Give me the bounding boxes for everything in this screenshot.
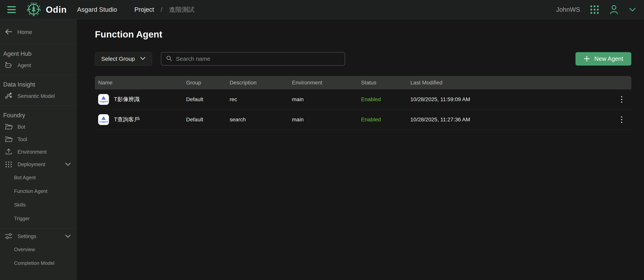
user-profile-icon[interactable] — [609, 4, 619, 15]
column-header-last-modified: Last Modified — [410, 80, 608, 86]
sidebar-item-label: Agent — [18, 62, 71, 68]
breadcrumb-current: 進階測試 — [169, 5, 194, 14]
column-header-environment: Environment — [292, 80, 361, 86]
sidebar-item-environment[interactable]: Environment — [0, 146, 76, 158]
table-header-row: Name Group Description Environment Statu… — [95, 76, 631, 89]
chevron-down-icon — [65, 162, 71, 167]
grid-dots-icon — [4, 160, 13, 169]
plus-icon — [584, 55, 590, 62]
agent-description: search — [230, 117, 292, 123]
asgard-agent-icon: Asgard — [98, 114, 109, 125]
user-menu-chevron-icon[interactable] — [628, 7, 636, 12]
sidebar-item-label: Tool — [18, 137, 71, 143]
agents-table: Name Group Description Environment Statu… — [95, 76, 631, 130]
sidebar-subitem-label: Overview — [14, 247, 35, 253]
sidebar-subitem-overview[interactable]: Overview — [0, 243, 76, 256]
sidebar-home-label: Home — [17, 29, 32, 35]
folder-icon — [4, 122, 13, 132]
select-group-label: Select Group — [101, 56, 135, 62]
new-agent-button[interactable]: New Agent — [576, 52, 631, 66]
sidebar-subitem-label: Trigger — [14, 216, 30, 222]
breadcrumb-separator: / — [161, 6, 162, 13]
main-content: Function Agent Select Group — [77, 19, 644, 280]
agent-last-modified: 10/28/2025, 11:59:09 AM — [410, 96, 608, 102]
asgard-agent-icon: Asgard — [98, 94, 109, 105]
topbar: Odin Asgard Studio Project / 進階測試 JohnWS — [0, 0, 644, 19]
sidebar-subitem-function-agent[interactable]: Function Agent — [0, 184, 76, 198]
network-icon — [4, 92, 13, 101]
sidebar-subitem-completion-model[interactable]: Completion Model — [0, 256, 76, 270]
column-header-description: Description — [230, 80, 292, 86]
agent-group: Default — [186, 117, 230, 123]
section-title: Data Insight — [0, 80, 76, 89]
sidebar-subitem-label: Bot Agent — [14, 175, 36, 181]
sidebar-item-deployment[interactable]: Deployment — [0, 158, 76, 171]
robot-icon — [4, 61, 13, 70]
table-row[interactable]: Asgard T影像辨識 Default rec main Enabled 10… — [95, 89, 631, 110]
sidebar-item-semantic-model[interactable]: Semantic Model — [0, 90, 76, 102]
sidebar-item-label: Bot — [18, 124, 71, 130]
sidebar-subitem-skills[interactable]: Skills — [0, 198, 76, 212]
sidebar: Home Agent Hub Agent — [0, 19, 77, 280]
controls-row: Select Group — [95, 52, 631, 66]
column-header-status: Status — [361, 80, 410, 86]
agent-last-modified: 10/28/2025, 11:27:36 AM — [410, 117, 608, 123]
sidebar-item-label: Deployment — [18, 162, 60, 168]
agent-environment: main — [292, 96, 361, 102]
agent-environment: main — [292, 117, 361, 123]
sidebar-subitem-label: Skills — [14, 202, 26, 208]
table-row[interactable]: Asgard T查詢客戶 Default search main Enabled… — [95, 110, 631, 130]
odin-logo-icon — [26, 1, 42, 18]
column-header-group: Group — [186, 80, 230, 86]
section-title: Foundry — [0, 111, 76, 120]
sidebar-subitem-bot-agent[interactable]: Bot Agent — [0, 171, 76, 184]
new-agent-label: New Agent — [594, 55, 623, 62]
sidebar-back-home[interactable]: Home — [0, 19, 76, 44]
section-title: Agent Hub — [0, 49, 76, 58]
row-actions-kebab-icon[interactable] — [616, 114, 628, 125]
sidebar-section-agent-hub: Agent Hub Agent — [0, 44, 76, 75]
column-header-name: Name — [98, 80, 186, 86]
sidebar-item-tool[interactable]: Tool — [0, 133, 76, 146]
search-icon — [166, 55, 172, 62]
studio-name: Asgard Studio — [77, 6, 117, 13]
sidebar-section-settings: Settings Overview Completion Model — [0, 229, 76, 273]
hamburger-menu-icon[interactable] — [7, 6, 16, 13]
sidebar-section-foundry: Foundry Bot Tool — [0, 106, 76, 229]
chevron-down-icon — [140, 56, 146, 61]
chevron-down-icon — [65, 234, 71, 239]
sidebar-subitem-trigger[interactable]: Trigger — [0, 212, 76, 225]
status-badge: Enabled — [361, 117, 410, 123]
sidebar-item-bot[interactable]: Bot — [0, 121, 76, 133]
agent-description: rec — [230, 96, 292, 102]
back-arrow-icon — [4, 29, 12, 35]
page-title: Function Agent — [95, 29, 631, 40]
sidebar-item-label: Environment — [18, 149, 71, 155]
sidebar-subitem-label: Completion Model — [14, 260, 54, 266]
search-box — [161, 52, 345, 66]
sidebar-item-label: Settings — [18, 234, 60, 240]
breadcrumb-project[interactable]: Project — [134, 6, 154, 13]
select-group-dropdown[interactable]: Select Group — [95, 52, 152, 66]
agent-name: T查詢客戶 — [114, 116, 140, 123]
sliders-icon — [4, 232, 13, 241]
agent-name: T影像辨識 — [114, 96, 140, 103]
sidebar-item-agent[interactable]: Agent — [0, 59, 76, 72]
sidebar-item-settings[interactable]: Settings — [0, 230, 76, 243]
username: JohnWS — [556, 6, 580, 13]
upload-icon — [4, 148, 13, 157]
sidebar-section-data-insight: Data Insight Semantic Model — [0, 75, 76, 106]
status-badge: Enabled — [361, 96, 410, 102]
brand-name: Odin — [46, 4, 67, 15]
sidebar-item-label: Semantic Model — [18, 93, 71, 99]
search-input[interactable] — [176, 56, 340, 62]
sidebar-subitem-label: Function Agent — [14, 188, 47, 194]
brand-logo-link[interactable]: Odin — [26, 1, 67, 18]
agent-group: Default — [186, 96, 230, 102]
apps-grid-icon[interactable] — [590, 5, 599, 14]
folder-icon — [4, 135, 13, 144]
row-actions-kebab-icon[interactable] — [616, 94, 628, 105]
